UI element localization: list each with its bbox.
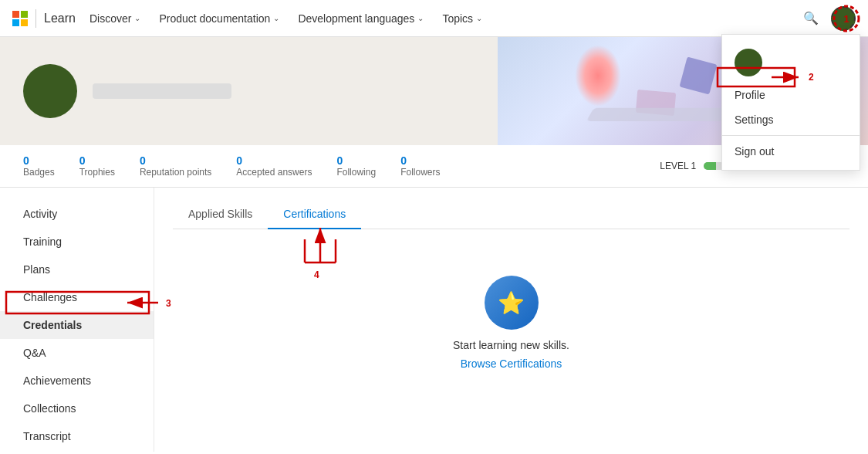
chevron-down-icon: ⌄ bbox=[134, 14, 140, 22]
sidebar-item-plans[interactable]: Plans bbox=[0, 256, 154, 283]
nav-item-discover[interactable]: Discover ⌄ bbox=[82, 9, 148, 28]
certifications-empty-state: ⭐ Start learning new skills. Browse Cert… bbox=[173, 245, 849, 401]
chevron-down-icon: ⌄ bbox=[476, 14, 482, 22]
stat-followers: 0 Followers bbox=[400, 154, 440, 178]
dropdown-avatar bbox=[735, 49, 762, 76]
stat-reputation: 0 Reputation points bbox=[140, 154, 211, 178]
header: Learn Discover ⌄ Product documentation ⌄… bbox=[0, 0, 868, 37]
sidebar-item-qa[interactable]: Q&A bbox=[0, 339, 154, 367]
dropdown-signout-item[interactable]: Sign out bbox=[722, 139, 860, 164]
dropdown-avatar-row bbox=[722, 41, 860, 83]
nav-item-product-docs[interactable]: Product documentation ⌄ bbox=[151, 9, 287, 28]
chevron-down-icon: ⌄ bbox=[417, 14, 424, 22]
user-avatar-button[interactable] bbox=[831, 6, 856, 31]
ms-logo bbox=[12, 11, 28, 26]
sidebar: Activity Training Plans Challenges Crede… bbox=[0, 188, 154, 452]
header-divider bbox=[35, 9, 36, 28]
ms-logo-icon bbox=[12, 11, 28, 26]
sidebar-item-collections[interactable]: Collections bbox=[0, 395, 154, 422]
stat-following: 0 Following bbox=[336, 154, 376, 178]
stat-accepted: 0 Accepted answers bbox=[236, 154, 312, 178]
banner-avatar bbox=[23, 64, 77, 118]
sidebar-item-training[interactable]: Training bbox=[0, 228, 154, 256]
stat-trophies: 0 Trophies bbox=[79, 154, 115, 178]
main-content: Activity Training Plans Challenges Crede… bbox=[0, 188, 868, 452]
dropdown-divider bbox=[722, 135, 860, 136]
nav-item-dev-languages[interactable]: Development languages ⌄ bbox=[290, 9, 431, 28]
chevron-down-icon: ⌄ bbox=[273, 14, 279, 22]
content-area: Applied Skills Certifications ⭐ Start le… bbox=[154, 188, 868, 452]
header-brand: Learn bbox=[44, 12, 76, 25]
main-nav: Discover ⌄ Product documentation ⌄ Devel… bbox=[82, 9, 490, 28]
badge-icon: ⭐ bbox=[485, 276, 539, 330]
banner-name-placeholder bbox=[93, 83, 231, 99]
content-tabs: Applied Skills Certifications bbox=[173, 200, 849, 229]
header-right: 🔍 bbox=[800, 6, 856, 31]
banner-user-info bbox=[0, 64, 231, 118]
empty-state-text: Start learning new skills. bbox=[453, 339, 569, 351]
xp-bar-fill bbox=[704, 162, 716, 170]
stat-badges: 0 Badges bbox=[23, 154, 55, 178]
search-button[interactable]: 🔍 bbox=[800, 8, 822, 29]
sidebar-item-activity[interactable]: Activity bbox=[0, 200, 154, 228]
tab-applied-skills[interactable]: Applied Skills bbox=[173, 200, 268, 229]
glow-shape bbox=[575, 45, 621, 107]
sidebar-item-challenges[interactable]: Challenges bbox=[0, 283, 154, 311]
user-dropdown-menu: Profile Settings Sign out bbox=[721, 34, 860, 171]
tab-certifications[interactable]: Certifications bbox=[268, 200, 361, 229]
badge-circle: ⭐ bbox=[485, 276, 539, 330]
dropdown-profile-item[interactable]: Profile bbox=[722, 83, 860, 107]
nav-item-topics[interactable]: Topics ⌄ bbox=[434, 9, 490, 28]
dropdown-settings-item[interactable]: Settings bbox=[722, 107, 860, 132]
sidebar-item-achievements[interactable]: Achievements bbox=[0, 367, 154, 395]
sidebar-item-transcript[interactable]: Transcript bbox=[0, 422, 154, 450]
sidebar-item-credentials[interactable]: Credentials bbox=[0, 311, 154, 339]
star-icon: ⭐ bbox=[498, 290, 525, 316]
browse-certifications-link[interactable]: Browse Certifications bbox=[461, 357, 562, 370]
cube-shape-1 bbox=[680, 57, 718, 95]
